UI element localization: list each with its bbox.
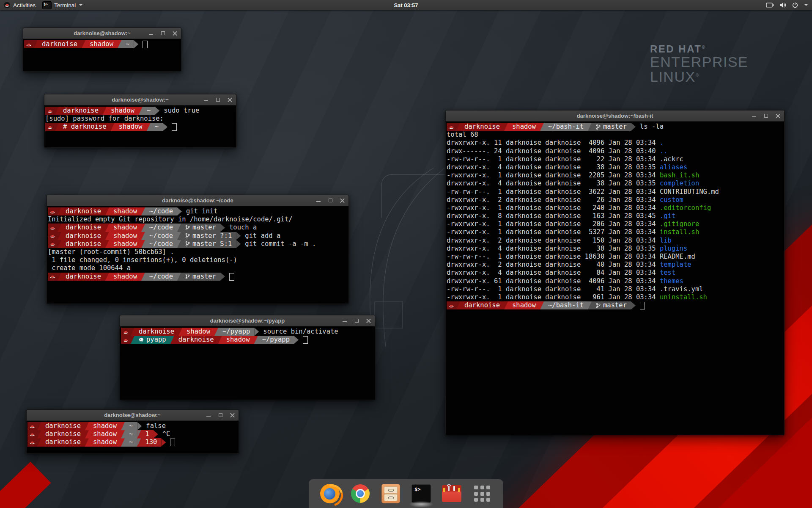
window-maximize-button[interactable] [161, 31, 165, 36]
app-menu-terminal[interactable]: $> Terminal [39, 0, 86, 10]
window-titlebar[interactable]: darknoise@shadow:~ [44, 94, 236, 105]
power-icon [792, 2, 798, 8]
terminal-content[interactable]: darknoiseshadow~/pyappsource bin/activat… [120, 326, 375, 400]
dock-item-toolbox[interactable] [442, 483, 462, 504]
file-listing-meta: drwxrwxr-x. 8 darknoise darknoise 163 Ja… [447, 212, 660, 220]
prompt-segment-label: darknoise [66, 240, 101, 248]
window-titlebar[interactable]: darknoise@shadow:~/pyapp [120, 315, 375, 326]
prompt-segment-host: shadow [109, 224, 141, 232]
redhat-icon [448, 303, 454, 308]
dock-item-terminal[interactable]: $> [411, 483, 431, 504]
dock-item-app-grid[interactable] [472, 483, 492, 504]
window-close-button[interactable] [173, 31, 177, 36]
prompt-segment-git: master [592, 301, 631, 309]
window-close-button[interactable] [230, 413, 235, 417]
window-minimize-button[interactable] [206, 413, 211, 417]
prompt-segment-label: shadow [93, 422, 117, 430]
window-minimize-button[interactable] [204, 97, 208, 102]
file-name: plugins [660, 245, 687, 252]
window-titlebar[interactable]: darknoise@shadow:~/bash-it [446, 110, 784, 121]
prompt-separator [141, 232, 145, 240]
file-name: .travis.yml [660, 285, 703, 293]
clock[interactable]: Sat 03:57 [394, 2, 418, 8]
prompt-segment-hat [48, 240, 58, 248]
file-listing-row: -rwxrwxr-x. 1 darknoise darknoise 240 Ja… [447, 204, 784, 212]
terminal-window-w1[interactable]: darknoise@shadow:~darknoiseshadow~ [23, 28, 181, 72]
prompt-segment-git: master ?:1 [181, 232, 236, 240]
terminal-window-w2[interactable]: darknoise@shadow:~darknoiseshadow~sudo t… [44, 94, 236, 148]
terminal-cursor [170, 439, 175, 446]
prompt-segment-label: pyapp [146, 336, 166, 344]
redhat-icon [29, 432, 35, 437]
terminal-window-w5[interactable]: darknoise@shadow:~darknoiseshadow~falsed… [26, 409, 239, 453]
terminal-content[interactable]: darknoiseshadow~ [23, 39, 181, 71]
terminal-mini-icon: $> [42, 1, 52, 9]
drawer [384, 486, 398, 494]
prompt-separator [218, 336, 222, 344]
prompt-segment-path: ~/code [145, 240, 177, 248]
window-title: darknoise@shadow:~/pyapp [210, 318, 285, 324]
command-text: touch a [225, 224, 257, 232]
window-maximize-button[interactable] [218, 413, 223, 417]
terminal-cursor [303, 336, 308, 344]
window-maximize-button[interactable] [328, 198, 333, 203]
dock-item-files[interactable] [381, 483, 401, 504]
window-titlebar[interactable]: darknoise@shadow:~/code [47, 195, 348, 206]
window-minimize-button[interactable] [149, 31, 154, 36]
prompt-segment-label: shadow [113, 207, 137, 215]
terminal-output-line: [master (root-commit) 50bcb63] . [48, 248, 348, 256]
terminal-content[interactable]: darknoiseshadow~falsedarknoiseshadow~1^C… [27, 421, 239, 453]
dock-item-firefox[interactable] [320, 483, 340, 504]
window-maximize-button[interactable] [216, 97, 220, 102]
terminal-content[interactable]: darknoiseshadow~sudo true[sudo] password… [44, 105, 236, 147]
screwdriver-icon [453, 486, 455, 491]
terminal-prompt-line: darknoiseshadow~sudo true [45, 107, 236, 115]
window-close-button[interactable] [366, 318, 371, 323]
prompt-arrow [236, 240, 241, 248]
terminal-prompt-line: darknoiseshadow~/codegit init [48, 207, 348, 215]
desktop: RED HAT® ENTERPRISE LINUX® Activities $>… [0, 0, 812, 508]
prompt-segment-label: master S:1 [192, 240, 232, 248]
terminal-cursor [172, 123, 177, 131]
terminal-window-w3[interactable]: darknoise@shadow:~/codedarknoiseshadow~/… [47, 195, 349, 304]
prompt-separator [58, 273, 61, 281]
dock-item-chrome[interactable] [350, 483, 370, 504]
prompt-separator [139, 107, 143, 115]
file-listing-row: drwxrwxr-x. 4 darknoise darknoise 38 Jan… [447, 179, 784, 188]
window-title: darknoise@shadow:~ [104, 412, 161, 418]
window-minimize-button[interactable] [316, 198, 321, 203]
terminal-content[interactable]: darknoiseshadow~/codegit initInitialized… [47, 206, 348, 304]
prompt-segment-user: darknoise [41, 430, 85, 438]
prompt-segment-path: ~ [151, 123, 163, 131]
command-text: source bin/activate [259, 328, 338, 336]
file-listing-row: drwxrwxr-x. 61 darknoise darknoise 4096 … [447, 277, 784, 285]
window-close-button[interactable] [776, 113, 780, 118]
file-listing-meta: drwxrwxr-x. 2 darknoise darknoise 150 Ja… [447, 237, 660, 244]
terminal-content[interactable]: darknoiseshadow~/bash-itmasterls -latota… [446, 121, 784, 435]
terminal-window-w6[interactable]: darknoise@shadow:~/bash-itdarknoiseshado… [445, 110, 785, 435]
window-maximize-button[interactable] [354, 318, 359, 323]
chevron-down-icon [804, 4, 808, 6]
redhat-icon [49, 209, 55, 214]
prompt-segment-path: ~/code [145, 207, 177, 215]
prompt-separator [177, 273, 181, 281]
window-maximize-button[interactable] [764, 113, 768, 118]
window-titlebar[interactable]: darknoise@shadow:~ [27, 410, 239, 421]
prompt-separator [118, 40, 121, 48]
window-close-button[interactable] [340, 198, 345, 203]
window-minimize-button[interactable] [752, 113, 757, 118]
file-listing-meta: drwxrwxr-x. 4 darknoise darknoise 38 Jan… [447, 163, 660, 171]
terminal-cursor [229, 273, 234, 281]
window-minimize-button[interactable] [343, 318, 347, 323]
activities-button[interactable]: Activities [0, 0, 39, 10]
system-status-area[interactable] [764, 0, 809, 10]
prompt-segment-exit: 130 [141, 438, 161, 446]
terminal-window-w4[interactable]: darknoise@shadow:~/pyappdarknoiseshadow~… [120, 315, 375, 400]
file-listing-meta: drwxrwxr-x. 4 darknoise darknoise 84 Jan… [447, 269, 660, 276]
window-close-button[interactable] [228, 97, 232, 102]
prompt-segment-label: shadow [113, 240, 137, 248]
prompt-segment-hat [447, 123, 456, 131]
window-titlebar[interactable]: darknoise@shadow:~ [23, 28, 181, 39]
prompt-segment-path: ~/pyapp [218, 328, 254, 336]
brand-line-enterprise: ENTERPRISE [650, 55, 748, 69]
